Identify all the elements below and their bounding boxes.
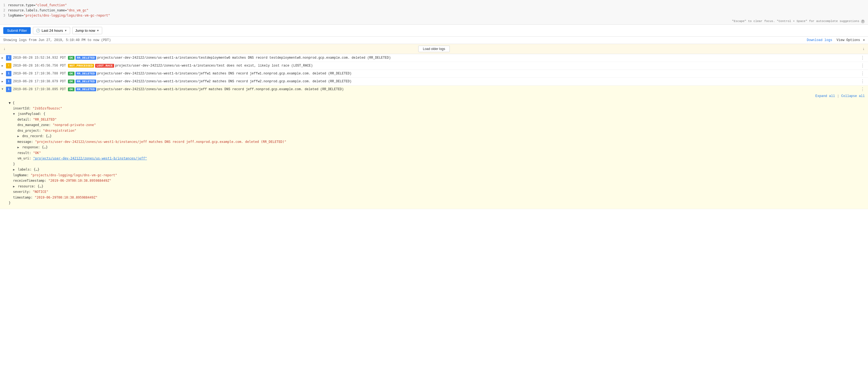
json-insertid-val: "2sb5zsfbuozsc" [33,106,62,110]
badge-ok-5: OK [68,88,74,91]
clock-icon: 🕐 [36,29,40,33]
json-timestamp-key: timestamp: [13,196,34,199]
json-response-key: response: {…} [22,145,48,149]
expanded-row-content: Expand all | Collapse all ▼ { insertId: … [0,93,868,210]
severity-badge-2: ! [6,63,11,68]
json-resource-key: resource: {…} [18,185,43,188]
row-more-4[interactable]: ⋮ [859,79,866,84]
expand-arrow-1[interactable]: ▶ [2,56,6,60]
view-options-chevron-icon: ▼ [863,39,865,42]
expand-actions: Expand all | Collapse all [0,93,868,99]
row-more-2[interactable]: ⋮ [859,63,866,68]
log-timestamp-3: 2019-06-28 17:10:36.788 PDT [13,72,66,75]
badge-rr-5: RR_DELETED [75,88,96,91]
time-range-button[interactable]: 🕐 Last 24 hours ▼ [33,27,70,34]
json-open-brace: ▼ { [9,101,15,105]
json-labels-toggle[interactable]: ▶ [13,168,15,171]
expand-arrow-4[interactable]: ▶ [2,80,6,83]
time-chevron-icon: ▼ [64,29,67,32]
filter-bar: 1resource.type="cloud_function" 2resourc… [0,0,868,25]
filter-line-3: logName="projects/dns-logging/logs/dns-v… [8,13,110,18]
json-timestamp-val: "2019-06-29T00:10:38.895988449Z" [34,196,97,199]
json-message-key: message: [18,140,35,144]
log-row[interactable]: ▼ i 2019-06-28 17:10:38.895 PDT OK RR_DE… [0,86,868,93]
log-row[interactable]: ▶ i 2019-06-28 15:52:34.932 PDT OK RR_DE… [0,54,868,62]
filter-line-2: resource.labels.function_name="dns_vm_gc… [8,8,88,12]
json-payload-toggle[interactable]: ▼ [13,112,15,116]
severity-badge-3: i [6,71,11,76]
collapse-all-link[interactable]: Collapse all [841,94,865,98]
json-dns-record-key: dns_record: {…} [22,134,52,138]
jump-label: Jump to now [75,29,95,33]
json-dns-project-val: "dnsregistration" [43,129,76,133]
log-row[interactable]: ▶ i 2019-06-28 17:10:38.079 PDT OK RR_DE… [0,78,868,86]
escape-hint: "Escape" to clear focus. "Control + Spac… [732,20,859,23]
json-detail-val: "RR_DELETED" [33,118,57,121]
filter-line-1: resource.type="cloud_function" [8,3,67,7]
expand-arrow-3[interactable]: ▶ [2,72,6,75]
view-options-label: View Options [836,38,860,42]
submit-filter-button[interactable]: Submit Filter [3,27,31,34]
severity-badge-5: i [6,87,11,92]
log-message-3: projects/user-dev-242122/zones/us-west1-… [97,72,859,75]
showing-logs-text: Showing logs from Jun 27, 2019, 5:10:40 … [3,38,111,42]
jump-chevron-icon: ▼ [96,29,99,32]
badge-rr-4: RR_DELETED [75,79,96,84]
jump-to-now-button[interactable]: Jump to now ▼ [72,27,102,34]
status-bar: Showing logs from Jun 27, 2019, 5:10:40 … [0,37,868,44]
json-dns-zone-val: "nonprod-private-zone" [53,123,96,127]
load-older-button[interactable]: Load older logs [418,45,450,52]
severity-badge-1: i [6,55,11,61]
row-more-3[interactable]: ⋮ [859,71,866,76]
badge-ok-4: OK [68,79,74,84]
log-message-4: projects/user-dev-242122/zones/us-west1-… [97,79,859,84]
line-num-3: 3 [3,13,5,18]
json-logname-val: "projects/dns-logging/logs/dns-vm-gc-rep… [31,173,117,177]
json-detail-key: detail: [18,118,33,121]
status-bar-right: Download logs View Options ▼ [807,38,865,42]
download-logs-link[interactable]: Download logs [807,38,832,42]
json-resource-toggle[interactable]: ▶ [13,185,15,188]
log-timestamp-4: 2019-06-28 17:10:38.079 PDT [13,79,66,84]
json-dns-project-key: dns_project: [18,129,43,133]
json-response-toggle[interactable]: ▶ [18,146,19,149]
sort-asc-right-icon[interactable]: ↓ [863,47,865,51]
line-num-2: 2 [3,8,5,12]
hint-icon: ? [861,20,865,23]
row-more-5[interactable]: ⋮ [859,87,866,92]
badge-rr-3: RR_DELETED [75,72,96,75]
log-row[interactable]: ▶ ! 2019-06-28 16:45:56.756 PDT NOT_PROC… [0,62,868,70]
row-more-1[interactable]: ⋮ [859,55,866,61]
json-payload-key: jsonPayload: { [18,112,45,116]
expand-arrow-5[interactable]: ▼ [2,88,6,91]
log-row[interactable]: ▶ i 2019-06-28 17:10:36.788 PDT OK RR_DE… [0,70,868,78]
json-insertid-key: insertId: [13,106,33,110]
json-dns-record-toggle[interactable]: ▶ [18,134,19,138]
filter-lines: 1resource.type="cloud_function" 2resourc… [3,2,865,20]
log-timestamp-5: 2019-06-28 17:10:38.895 PDT [13,88,66,91]
log-message-1: projects/user-dev-242122/zones/us-west1-… [97,56,859,60]
json-result-val: "OK" [33,151,41,155]
json-message-val: "projects/user-dev-242122/zones/us-west1… [35,140,286,144]
json-receivets-key: receiveTimestamp: [13,179,49,183]
expand-arrow-2[interactable]: ▶ [2,64,6,67]
json-vm-uri-key: vm_uri: [18,156,33,160]
time-range-label: Last 24 hours [41,29,63,33]
json-vm-uri-link[interactable]: "projects/user-dev-242122/zones/us-west1… [33,156,147,160]
sort-asc-icon[interactable]: ↓ [3,47,5,51]
view-options-link[interactable]: View Options ▼ [836,38,865,42]
badge-ok-1: OK [68,56,74,60]
json-close-brace: } [9,201,10,205]
expanded-json: ▼ { insertId: "2sb5zsfbuozsc" ▼ jsonPayl… [0,99,868,209]
log-timestamp-1: 2019-06-28 15:52:34.932 PDT [13,56,66,60]
badge-rr-1: RR_DELETED [75,56,96,60]
log-entries: ▶ i 2019-06-28 15:52:34.932 PDT OK RR_DE… [0,54,868,210]
json-result-key: result: [18,151,33,155]
log-header-row: ↓ Load older logs ↓ [0,44,868,54]
log-message-2: projects/user-dev-242122/zones/us-west1-… [115,64,859,68]
log-message-5: projects/user-dev-242122/zones/us-west1-… [97,88,859,91]
badge-lost-2: LOST_RACE [95,64,114,68]
escape-hint-row: "Escape" to clear focus. "Control + Spac… [3,20,865,25]
line-num-1: 1 [3,3,5,7]
expand-all-link[interactable]: Expand all [815,94,835,98]
